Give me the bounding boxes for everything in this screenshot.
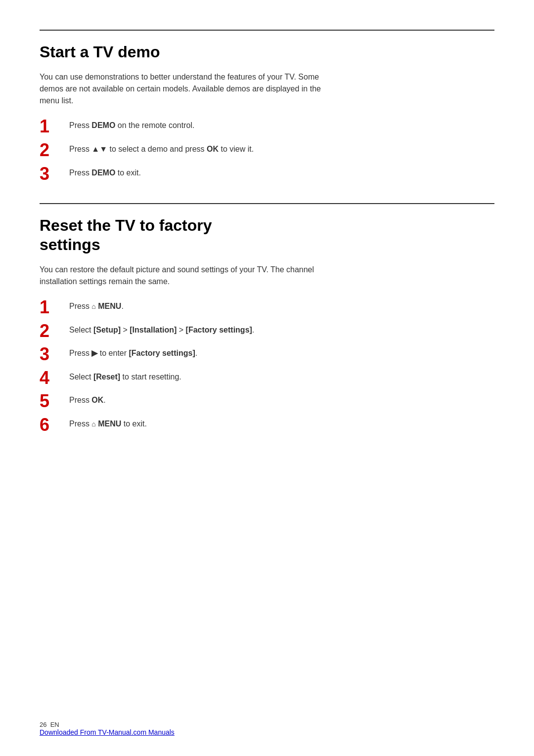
step-2-5: 5 Press OK. — [40, 391, 494, 411]
section2-steps: 1 Press ⌂ MENU. 2 Select [Setup] > [Inst… — [40, 297, 494, 435]
step-1-2-text: Press ▲▼ to select a demo and press OK t… — [69, 140, 254, 155]
step-1-1: 1 Press DEMO on the remote control. — [40, 117, 494, 136]
step-1-3-text: Press DEMO to exit. — [69, 164, 141, 179]
step-2-2-text: Select [Setup] > [Installation] > [Facto… — [69, 321, 254, 336]
step-2-1-number: 1 — [40, 297, 64, 317]
step-2-6-text: Press ⌂ MENU to exit. — [69, 415, 147, 430]
section1-title: Start a TV demo — [40, 42, 494, 61]
step-2-3: 3 Press ▶ to enter [Factory settings]. — [40, 344, 494, 364]
section2-title: Reset the TV to factory settings — [40, 216, 494, 254]
section-reset-tv: Reset the TV to factory settings You can… — [40, 203, 494, 434]
step-2-4-text: Select [Reset] to start resetting. — [69, 368, 181, 383]
section1-steps: 1 Press DEMO on the remote control. 2 Pr… — [40, 117, 494, 183]
footer: 26 EN Downloaded From TV-Manual.com Manu… — [40, 720, 175, 736]
footer-link[interactable]: Downloaded From TV-Manual.com Manuals — [40, 728, 175, 736]
step-2-5-number: 5 — [40, 391, 64, 411]
step-2-3-text: Press ▶ to enter [Factory settings]. — [69, 344, 197, 359]
page-number: 26 EN — [40, 721, 59, 728]
section2-divider — [40, 203, 494, 204]
step-1-1-number: 1 — [40, 117, 64, 136]
step-2-6: 6 Press ⌂ MENU to exit. — [40, 415, 494, 435]
step-1-3-number: 3 — [40, 164, 64, 184]
step-2-6-number: 6 — [40, 415, 64, 435]
step-2-4: 4 Select [Reset] to start resetting. — [40, 368, 494, 388]
step-2-2: 2 Select [Setup] > [Installation] > [Fac… — [40, 321, 494, 341]
step-1-2: 2 Press ▲▼ to select a demo and press OK… — [40, 140, 494, 160]
step-1-2-number: 2 — [40, 140, 64, 160]
step-2-4-number: 4 — [40, 368, 64, 388]
step-2-5-text: Press OK. — [69, 391, 106, 406]
section-start-tv-demo: Start a TV demo You can use demonstratio… — [40, 30, 494, 183]
home-icon: ⌂ — [91, 301, 95, 312]
section2-intro: You can restore the default picture and … — [40, 264, 326, 288]
step-2-3-number: 3 — [40, 344, 64, 364]
step-2-1-text: Press ⌂ MENU. — [69, 297, 124, 312]
step-2-2-number: 2 — [40, 321, 64, 341]
home-icon-2: ⌂ — [91, 419, 95, 429]
step-2-1: 1 Press ⌂ MENU. — [40, 297, 494, 317]
section1-divider — [40, 30, 494, 31]
step-1-3: 3 Press DEMO to exit. — [40, 164, 494, 184]
section1-intro: You can use demonstrations to better und… — [40, 71, 326, 107]
step-1-1-text: Press DEMO on the remote control. — [69, 117, 194, 131]
